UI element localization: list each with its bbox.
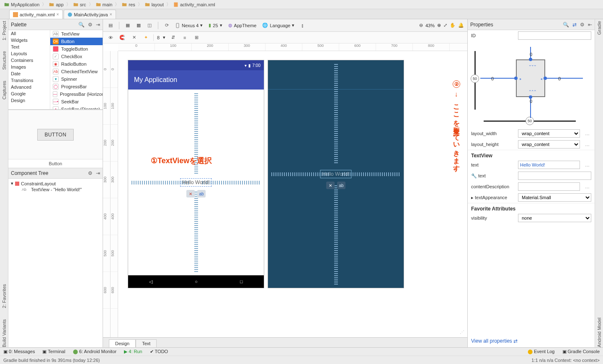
delete-constraint-icon[interactable]: ✕	[186, 190, 195, 197]
tab-main-activity[interactable]: MainActivity.java ×	[64, 10, 116, 19]
view-all-properties-link[interactable]: View all properties ⇄	[468, 335, 595, 347]
api-dropdown[interactable]: ▮25▾	[207, 21, 224, 30]
gear-icon[interactable]: ⚙	[88, 22, 93, 28]
orientation-icon[interactable]: ⟳	[162, 21, 171, 30]
gradle-console-tab[interactable]: ▣ Gradle Console	[562, 349, 600, 354]
bias-vertical[interactable]: 50	[471, 74, 479, 83]
guideline-icon[interactable]: ⊞	[192, 33, 201, 42]
breadcrumb-item[interactable]: app	[47, 2, 65, 7]
tree-row[interactable]: ▾ConstraintLayout	[11, 180, 100, 187]
layout-height-field[interactable]: wrap_content	[518, 140, 580, 149]
sidebar-tab-build-variants[interactable]: Build Variants	[2, 319, 7, 347]
palette-item[interactable]: AbTextView	[50, 30, 103, 38]
sidebar-tab-gradle[interactable]: Gradle	[597, 21, 602, 35]
messages-tab[interactable]: ▣ 0: Messages	[3, 349, 35, 354]
tab-design[interactable]: Design	[109, 339, 136, 347]
device-dropdown[interactable]: Nexus 4▾	[173, 21, 204, 30]
bias-horizontal[interactable]: 50	[526, 117, 534, 125]
pack-icon[interactable]: ⇵	[169, 33, 177, 42]
palette-item[interactable]: ◯ProgressBar	[50, 83, 103, 90]
magnet-icon[interactable]: 🧲	[118, 33, 126, 42]
event-log-tab[interactable]: ⬤ Event Log	[528, 349, 555, 354]
sidebar-tab-project[interactable]: 1: Project	[2, 21, 7, 40]
terminal-tab[interactable]: ▣ Terminal	[42, 349, 65, 354]
breadcrumb-item[interactable]: layout	[143, 2, 165, 7]
align-icon[interactable]: ≡	[180, 33, 189, 42]
baseline-icon[interactable]: ab	[337, 182, 345, 189]
language-dropdown[interactable]: 🌐Language▾	[260, 21, 296, 30]
breadcrumb-item[interactable]: src	[72, 2, 88, 7]
layout-width-field[interactable]: wrap_content	[518, 129, 580, 138]
textview-widget[interactable]: Hello World!	[320, 170, 351, 178]
design-canvas[interactable]: 0100200 300400500 600700800 010020030040…	[103, 44, 467, 337]
more-icon[interactable]: …	[583, 162, 591, 167]
breadcrumb-item[interactable]: res	[120, 2, 137, 7]
more-icon[interactable]: …	[583, 131, 591, 136]
breadcrumb-item[interactable]: activity_main.xml	[172, 2, 217, 7]
run-tab[interactable]: ▶ 4: Run	[124, 349, 142, 354]
tree-row[interactable]: Ab TextView - "Hello World!"	[11, 187, 100, 192]
delete-constraint-icon[interactable]: ✕	[326, 182, 335, 189]
palette-item[interactable]: OKButton	[50, 38, 103, 45]
visibility-field[interactable]: none	[518, 214, 591, 222]
design-text-field[interactable]	[518, 172, 591, 180]
clear-constraints-icon[interactable]: ✕	[130, 33, 138, 42]
infer-icon[interactable]: ✦	[142, 33, 150, 42]
constraint-widget[interactable]: 50 50 ⌄⌄⌄⌃⌃⌃ ›››‹‹‹ 0 0 0 0	[468, 43, 595, 126]
gear-icon[interactable]: ⚙	[580, 22, 585, 28]
palette-items[interactable]: AbTextViewOKButtonToggleButton✓CheckBox◉…	[50, 30, 103, 109]
collapse-icon[interactable]: ⇥	[96, 170, 100, 176]
breadcrumb-item[interactable]: MyApplication	[3, 2, 41, 7]
component-tree[interactable]: ▾ConstraintLayout Ab TextView - "Hello W…	[8, 179, 103, 347]
zoom-fit-icon[interactable]: ⤢	[443, 23, 447, 28]
blueprint-preview[interactable]: Hello World! ✕ab	[268, 60, 404, 288]
tab-activity-main[interactable]: activity_main.xml ×	[9, 10, 63, 19]
swap-icon[interactable]: ⇄	[572, 22, 577, 28]
palette-item[interactable]: ✓CheckBox	[50, 53, 103, 60]
tab-text[interactable]: Text	[136, 339, 157, 347]
close-icon[interactable]: ×	[57, 12, 59, 17]
palette-item[interactable]: —•SeekBar	[50, 98, 103, 105]
palette-toggle-icon[interactable]: ▤	[106, 21, 115, 30]
search-icon[interactable]: 🔍	[563, 22, 569, 28]
eye-icon[interactable]: 👁	[106, 33, 115, 42]
id-field[interactable]	[518, 31, 591, 40]
margin-value[interactable]: 8	[157, 35, 160, 40]
text-field[interactable]	[518, 161, 580, 169]
search-icon[interactable]: 🔍	[78, 22, 85, 28]
more-icon[interactable]: …	[583, 142, 591, 147]
sidebar-tab-favorites[interactable]: 2: Favorites	[2, 284, 7, 308]
variant-icon[interactable]: ⫿	[299, 21, 307, 30]
collapse-icon[interactable]: ⇤	[588, 22, 592, 28]
baseline-icon[interactable]: ab	[197, 190, 206, 197]
design-preview[interactable]: ▾▮7:00 My Application Hello World! ✕ab ◁…	[128, 60, 264, 288]
view-both-icon[interactable]: ◫	[145, 21, 154, 30]
resize-handle-icon[interactable]: ⋰	[460, 330, 466, 336]
pan-icon[interactable]: ✋	[450, 23, 456, 28]
palette-item[interactable]: —ProgressBar (Horizontal)	[50, 90, 103, 98]
more-icon[interactable]: …	[583, 184, 591, 189]
collapse-icon[interactable]: ⇥	[96, 22, 100, 28]
palette-item[interactable]: AbCheckedTextView	[50, 68, 103, 75]
notifications-icon[interactable]: 🔔	[458, 23, 464, 28]
palette-item[interactable]: ▾Spinner	[50, 75, 103, 83]
view-blueprint-icon[interactable]: ▩	[134, 21, 143, 30]
gear-icon[interactable]: ⚙	[88, 170, 93, 176]
close-icon[interactable]: ×	[110, 12, 112, 17]
zoom-out-icon[interactable]: ⊖	[419, 23, 423, 28]
zoom-in-icon[interactable]: ⊕	[437, 23, 441, 28]
breadcrumb-item[interactable]: main	[94, 2, 114, 7]
palette-item[interactable]: ToggleButton	[50, 45, 103, 53]
todo-tab[interactable]: ✔ TODO	[150, 349, 168, 354]
view-design-icon[interactable]: ▦	[124, 21, 132, 30]
palette-categories[interactable]: AllWidgets TextLayouts ContainersImages …	[8, 30, 50, 109]
theme-dropdown[interactable]: ◍AppTheme	[227, 21, 258, 30]
content-description-field[interactable]	[518, 182, 580, 191]
sidebar-tab-android-model[interactable]: Android Model	[597, 318, 602, 347]
palette-item[interactable]: -•-SeekBar (Discrete)	[50, 105, 103, 109]
text-appearance-field[interactable]: Material.Small	[518, 193, 591, 202]
sidebar-tab-structure[interactable]: Structure	[2, 51, 7, 70]
sidebar-tab-captures[interactable]: Captures	[2, 81, 7, 100]
textview-widget[interactable]: Hello World!	[180, 179, 211, 186]
palette-item[interactable]: ◉RadioButton	[50, 60, 103, 68]
